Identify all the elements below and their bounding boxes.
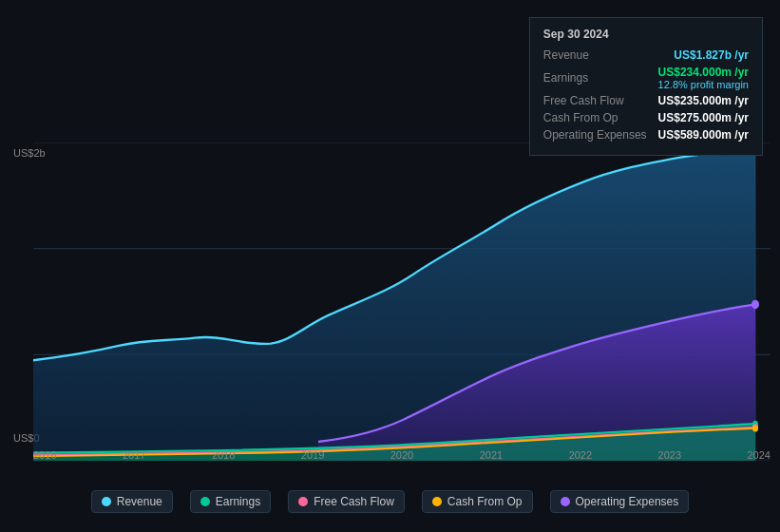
tooltip-row-fcf: Free Cash Flow US$235.000m /yr [543, 94, 749, 107]
chart-svg [33, 142, 770, 461]
x-label-2019: 2019 [301, 449, 324, 461]
tooltip-row-earnings: Earnings US$234.000m /yr 12.8% profit ma… [543, 66, 749, 90]
tooltip-value-opex: US$589.000m /yr [658, 128, 749, 142]
tooltip-value-earnings: US$234.000m /yr [658, 66, 749, 79]
tooltip-sub-earnings: 12.8% profit margin [658, 79, 749, 90]
legend-dot-earnings [200, 497, 210, 506]
tooltip-value-fcf: US$235.000m /yr [658, 94, 749, 107]
legend-item-fcf[interactable]: Free Cash Flow [288, 490, 405, 513]
legend-dot-fcf [298, 497, 308, 506]
legend-dot-opex [561, 497, 570, 506]
tooltip-value-revenue: US$1.827b /yr [674, 48, 749, 62]
tooltip-value-cashfromop: US$275.000m /yr [658, 111, 749, 124]
cashfromop-endpoint [752, 425, 758, 431]
legend-label-cashfromop: Cash From Op [447, 495, 523, 508]
x-label-2017: 2017 [123, 449, 145, 461]
tooltip-row-cashfromop: Cash From Op US$275.000m /yr [543, 111, 749, 124]
tooltip-label-fcf: Free Cash Flow [543, 94, 624, 107]
tooltip-label-revenue: Revenue [543, 48, 589, 62]
x-label-2021: 2021 [480, 449, 503, 461]
legend-label-revenue: Revenue [117, 495, 162, 508]
legend-label-opex: Operating Expenses [576, 495, 679, 508]
legend-dot-cashfromop [432, 497, 442, 506]
x-label-2016: 2016 [33, 449, 56, 461]
legend: Revenue Earnings Free Cash Flow Cash Fro… [0, 490, 780, 513]
legend-item-earnings[interactable]: Earnings [190, 490, 271, 513]
x-axis: 2016 2017 2018 2019 2020 2021 2022 2023 … [33, 449, 770, 461]
legend-item-revenue[interactable]: Revenue [91, 490, 173, 513]
x-label-2022: 2022 [569, 449, 592, 461]
legend-label-fcf: Free Cash Flow [314, 495, 394, 508]
tooltip-label-cashfromop: Cash From Op [543, 111, 618, 124]
chart-container: Sep 30 2024 Revenue US$1.827b /yr Earnin… [0, 0, 780, 532]
tooltip-row-revenue: Revenue US$1.827b /yr [543, 48, 749, 62]
legend-dot-revenue [102, 497, 111, 506]
x-label-2023: 2023 [658, 449, 681, 461]
tooltip-row-opex: Operating Expenses US$589.000m /yr [543, 128, 749, 142]
tooltip-label-opex: Operating Expenses [543, 128, 647, 142]
x-label-2024: 2024 [748, 449, 770, 461]
legend-label-earnings: Earnings [216, 495, 260, 508]
legend-item-cashfromop[interactable]: Cash From Op [422, 490, 533, 513]
opex-endpoint [751, 300, 759, 309]
tooltip-date: Sep 30 2024 [543, 28, 749, 41]
tooltip-box: Sep 30 2024 Revenue US$1.827b /yr Earnin… [529, 17, 763, 156]
tooltip-label-earnings: Earnings [543, 71, 588, 85]
x-label-2020: 2020 [390, 449, 413, 461]
legend-item-opex[interactable]: Operating Expenses [550, 490, 690, 513]
x-label-2018: 2018 [212, 449, 235, 461]
